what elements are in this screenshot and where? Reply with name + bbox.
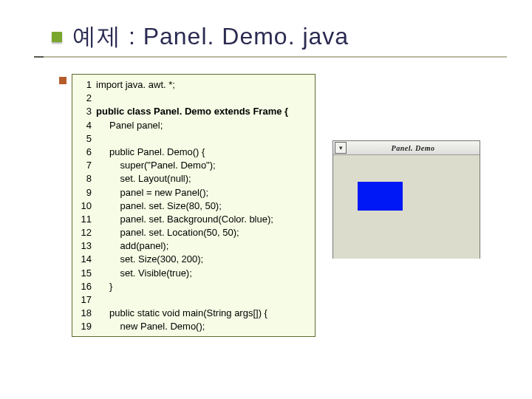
line-number: 6 xyxy=(75,146,92,157)
line-number: 2 xyxy=(75,92,92,103)
demo-window-titlebar: ▾ Panel. Demo xyxy=(333,141,480,155)
slide-title: 예제 : Panel. Demo. java xyxy=(72,21,349,53)
system-menu-icon[interactable]: ▾ xyxy=(335,142,347,154)
code-line: 18 public static void main(String args[]… xyxy=(75,307,312,321)
title-underline xyxy=(34,56,507,58)
code-line: 17 xyxy=(75,294,312,307)
code-line: 16 } xyxy=(75,281,312,294)
title-bullet-icon xyxy=(52,32,62,42)
code-line: 15 set. Visible(true); xyxy=(75,267,312,281)
line-number: 10 xyxy=(75,200,92,211)
line-number: 3 xyxy=(75,106,92,117)
code-line: 10 panel. set. Size(80, 50); xyxy=(75,200,312,214)
code-text: Panel panel; xyxy=(96,120,163,131)
code-line: 19 new Panel. Demo(); xyxy=(75,321,312,334)
code-line: 7 super("Panel. Demo"); xyxy=(75,160,312,173)
line-number: 14 xyxy=(75,253,92,265)
code-text: new Panel. Demo(); xyxy=(96,321,205,332)
line-number: 13 xyxy=(75,240,92,251)
code-text: super("Panel. Demo"); xyxy=(96,160,216,171)
line-number: 9 xyxy=(75,187,92,198)
demo-blue-panel xyxy=(358,182,403,211)
line-number: 19 xyxy=(75,321,92,332)
line-number: 18 xyxy=(75,307,92,318)
line-number: 11 xyxy=(75,214,92,225)
line-number: 7 xyxy=(75,160,92,171)
code-text: public class Panel. Demo extends Frame { xyxy=(96,106,288,117)
line-number: 17 xyxy=(75,294,92,305)
demo-window-title: Panel. Demo xyxy=(347,144,480,152)
line-number: 1 xyxy=(75,79,92,90)
code-text: public Panel. Demo() { xyxy=(96,146,205,157)
code-text: public static void main(String args[]) { xyxy=(96,307,267,318)
code-line: 5 xyxy=(75,133,312,146)
code-line: 13 add(panel); xyxy=(75,240,312,253)
code-line: 9 panel = new Panel(); xyxy=(75,187,312,200)
code-line: 1import java. awt. *; xyxy=(75,79,312,92)
code-line: 14 set. Size(300, 200); xyxy=(75,253,312,267)
code-text: set. Size(300, 200); xyxy=(96,253,203,265)
line-number: 5 xyxy=(75,133,92,144)
code-text: set. Layout(null); xyxy=(96,173,191,184)
slide-title-row: 예제 : Panel. Demo. java xyxy=(52,21,349,53)
line-number: 12 xyxy=(75,227,92,238)
code-line: 2 xyxy=(75,92,312,106)
code-text: panel. set. Size(80, 50); xyxy=(96,200,222,211)
sub-bullet-icon xyxy=(59,77,66,84)
line-number: 15 xyxy=(75,267,92,279)
code-text: } xyxy=(96,281,112,292)
code-line: 4 Panel panel; xyxy=(75,120,312,133)
demo-window: ▾ Panel. Demo xyxy=(332,140,480,259)
demo-window-body xyxy=(333,155,480,259)
code-text: set. Visible(true); xyxy=(96,267,192,279)
system-menu-glyph: ▾ xyxy=(339,144,343,151)
code-line: 6 public Panel. Demo() { xyxy=(75,146,312,160)
code-text: import java. awt. *; xyxy=(96,79,175,90)
code-block: 1import java. awt. *;23public class Pane… xyxy=(72,74,316,337)
code-text: add(panel); xyxy=(96,240,168,251)
code-line: 11 panel. set. Background(Color. blue); xyxy=(75,214,312,227)
code-line: 12 panel. set. Location(50, 50); xyxy=(75,227,312,240)
line-number: 8 xyxy=(75,173,92,184)
code-text: panel. set. Background(Color. blue); xyxy=(96,214,273,225)
code-line: 3public class Panel. Demo extends Frame … xyxy=(75,106,312,119)
line-number: 4 xyxy=(75,120,92,131)
code-line: 8 set. Layout(null); xyxy=(75,173,312,186)
code-text: panel. set. Location(50, 50); xyxy=(96,227,239,238)
code-text: panel = new Panel(); xyxy=(96,187,208,198)
line-number: 16 xyxy=(75,281,92,292)
